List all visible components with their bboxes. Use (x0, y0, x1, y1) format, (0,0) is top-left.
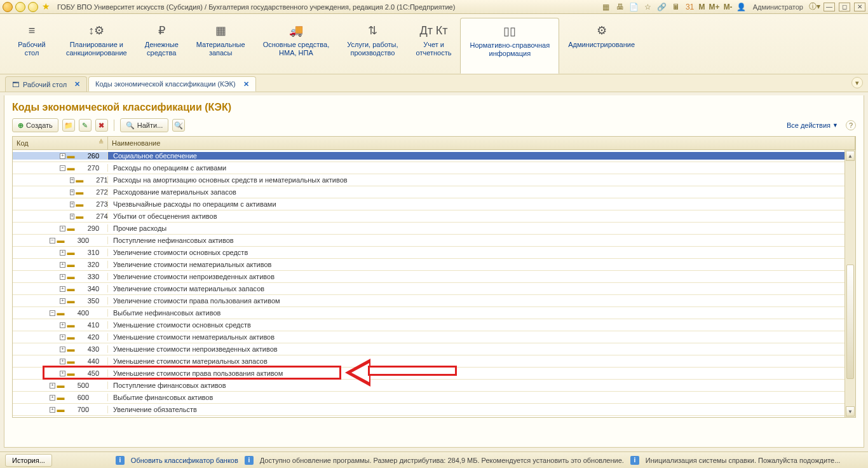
expand-icon[interactable]: + (60, 153, 65, 159)
table-row[interactable]: +▬260Социальное обеспечение (13, 150, 855, 162)
tab-0[interactable]: 🗔Рабочий стол✕ (5, 76, 87, 92)
table-row[interactable]: +▬320Увеличение стоимости нематериальных… (13, 259, 855, 271)
nav-item-2[interactable]: ₽Денежныесредства (136, 18, 187, 74)
history-button[interactable]: История... (5, 454, 52, 467)
vertical-scrollbar[interactable]: ▲ ▼ (844, 150, 855, 417)
print-icon[interactable]: 🖶 (615, 2, 625, 12)
expand-icon[interactable]: + (60, 322, 65, 328)
column-code[interactable]: Код≜ (13, 137, 108, 149)
expand-icon[interactable]: − (50, 310, 55, 316)
cell-code: +▬310 (13, 249, 108, 256)
expand-icon[interactable]: + (50, 395, 55, 401)
tab-1[interactable]: Коды экономической классификации (КЭК)✕ (88, 76, 256, 92)
nav-item-1[interactable]: ↕⚙Планирование исанкционирование (57, 18, 136, 74)
column-name[interactable]: Наименование (108, 137, 855, 149)
table-row[interactable]: +▬340Увеличение стоимости материальных з… (13, 283, 855, 295)
tab-close-icon[interactable]: ✕ (243, 80, 249, 88)
code-value: 430 (80, 345, 99, 353)
table-row[interactable]: +▬310Увеличение стоимости основных средс… (13, 247, 855, 259)
close-button[interactable]: ✕ (854, 3, 865, 11)
nav-item-6[interactable]: Дт КтУчет иотчетность (407, 18, 461, 74)
user-name[interactable]: Администратор (750, 3, 806, 11)
code-value: 272 (89, 188, 108, 196)
create-button[interactable]: ⊕Создать (12, 118, 58, 132)
scroll-thumb[interactable] (846, 265, 854, 379)
table-row[interactable]: +▬800Уменьшение обязательств (13, 416, 855, 417)
expand-icon[interactable]: + (70, 214, 74, 219)
scroll-up-button[interactable]: ▲ (846, 151, 855, 161)
link-icon[interactable]: 🔗 (657, 2, 667, 12)
expand-icon[interactable]: + (60, 371, 65, 376)
table-row[interactable]: −▬300Поступление нефинансовых активов (13, 235, 855, 247)
find-button[interactable]: 🔍Найти... (120, 118, 169, 132)
m-minus-marker[interactable]: M- (724, 3, 733, 11)
table-row[interactable]: +▬274Убытки от обесценения активов (13, 210, 855, 223)
nav-item-0[interactable]: ≡Рабочийстол (6, 18, 57, 74)
table-row[interactable]: +▬420Уменьшение стоимости нематериальных… (13, 331, 855, 343)
table-row[interactable]: +▬273Чрезвычайные расходы по операциям с… (13, 198, 855, 210)
expand-icon[interactable]: + (50, 407, 55, 413)
folder-icon: ▬ (58, 395, 64, 401)
table-row[interactable]: +▬350Увеличение стоимости права пользова… (13, 295, 855, 307)
panel-icon[interactable]: ▦ (601, 2, 611, 12)
expand-icon[interactable]: + (60, 262, 65, 268)
delete-button[interactable]: ✖ (95, 119, 108, 132)
table-row[interactable]: +▬330Увеличение стоимости непроизведенны… (13, 271, 855, 283)
table-row[interactable]: +▬700Увеличение обязательств (13, 404, 855, 416)
nav-item-8[interactable]: ⚙Администрирование (559, 18, 644, 74)
maximize-button[interactable]: ◻ (839, 3, 850, 11)
expand-icon[interactable]: + (60, 359, 65, 364)
help-button[interactable]: ? (846, 120, 856, 130)
expand-icon[interactable]: + (60, 347, 65, 352)
all-actions-button[interactable]: Все действия▼ (787, 121, 838, 129)
doc-icon[interactable]: 📄 (629, 2, 639, 12)
nav-item-5[interactable]: ⇅Услуги, работы,производство (338, 18, 407, 74)
nav-item-7[interactable]: ▯▯Нормативно-справочнаяинформация (460, 18, 559, 74)
scroll-down-button[interactable]: ▼ (846, 406, 855, 416)
table-row[interactable]: +▬271Расходы на амортизацию основных сре… (13, 174, 855, 186)
minimize-button[interactable]: — (824, 3, 835, 11)
expand-icon[interactable]: + (50, 383, 55, 389)
table-row[interactable]: −▬270Расходы по операциям с активами (13, 162, 855, 174)
cell-code: +▬410 (13, 321, 108, 329)
calc-icon[interactable]: 🖩 (671, 2, 681, 12)
nav-item-4[interactable]: 🚚Основные средства,НМА, НПА (254, 18, 339, 74)
table-row[interactable]: +▬410Уменьшение стоимости основных средс… (13, 319, 855, 331)
table-row[interactable]: +▬272Расходование материальных запасов (13, 186, 855, 198)
nav-fwd-icon[interactable] (28, 2, 38, 12)
expand-icon[interactable]: + (60, 286, 65, 292)
edit-button[interactable]: ✎ (79, 119, 92, 132)
status-link-banks[interactable]: Обновить классификатор банков (131, 457, 238, 464)
info-icon[interactable]: ⓘ▾ (810, 2, 820, 12)
expand-icon[interactable]: + (70, 177, 74, 183)
favorites-icon[interactable]: ★ (41, 2, 51, 12)
nav-item-3[interactable]: ▦Материальныезапасы (187, 18, 254, 74)
nav-back-icon[interactable] (15, 2, 25, 12)
star-icon[interactable]: ☆ (643, 2, 653, 12)
expand-icon[interactable]: + (60, 226, 65, 231)
code-value: 400 (70, 309, 89, 317)
expand-icon[interactable]: + (60, 274, 65, 280)
clear-find-button[interactable]: 🔍̸ (172, 119, 185, 132)
table-body[interactable]: +▬260Социальное обеспечение−▬270Расходы … (13, 150, 855, 417)
logo-1c-icon[interactable] (3, 2, 13, 12)
table-row[interactable]: +▬430Уменьшение стоимости непроизведенны… (13, 343, 855, 355)
expand-icon[interactable]: − (50, 238, 55, 244)
expand-icon[interactable]: + (60, 298, 65, 304)
table-row[interactable]: +▬500Поступление финансовых активов (13, 380, 855, 392)
table-row[interactable]: +▬290Прочие расходы (13, 223, 855, 235)
m-plus-marker[interactable]: M+ (709, 3, 720, 11)
tab-menu-button[interactable]: ▾ (851, 77, 863, 88)
m-marker[interactable]: M (699, 3, 705, 11)
expand-icon[interactable]: + (70, 189, 74, 195)
expand-icon[interactable]: + (70, 202, 74, 207)
expand-icon[interactable]: + (60, 334, 65, 340)
code-value: 340 (80, 285, 99, 292)
calendar-icon[interactable]: 31 (685, 2, 695, 12)
create-folder-button[interactable]: 📁 (62, 119, 75, 132)
tab-close-icon[interactable]: ✕ (74, 80, 80, 88)
table-row[interactable]: −▬400Выбытие нефинансовых активов (13, 307, 855, 319)
table-row[interactable]: +▬600Выбытие финансовых активов (13, 392, 855, 404)
expand-icon[interactable]: + (60, 250, 65, 256)
expand-icon[interactable]: − (60, 165, 65, 171)
